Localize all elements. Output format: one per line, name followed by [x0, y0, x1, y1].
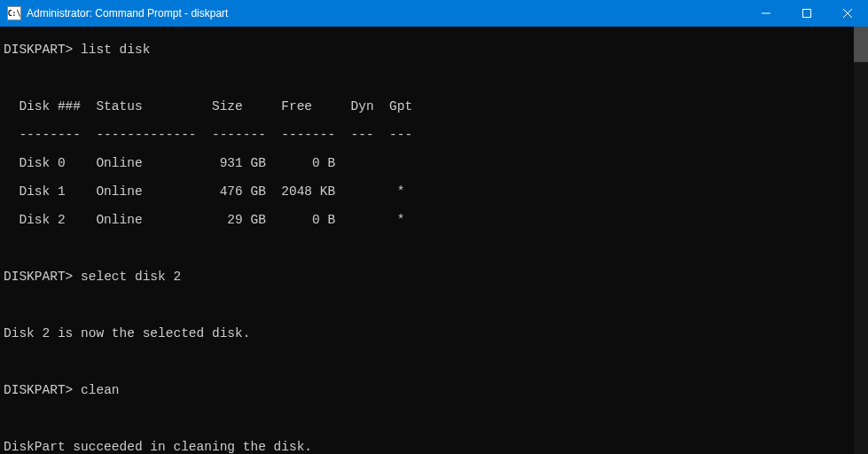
command: list disk: [81, 43, 150, 57]
table-row: Disk 0 Online 931 GB 0 B: [4, 156, 864, 170]
maximize-icon: [802, 9, 811, 18]
terminal-output[interactable]: DISKPART> list disk Disk ### Status Size…: [0, 27, 868, 454]
table-header: Disk ### Status Size Free Dyn Gpt: [4, 99, 864, 114]
prompt: DISKPART>: [4, 43, 73, 57]
scrollbar[interactable]: [854, 27, 868, 454]
maximize-button[interactable]: [786, 0, 827, 27]
close-icon: [843, 9, 852, 18]
svg-rect-1: [803, 10, 811, 18]
scrollbar-thumb[interactable]: [854, 27, 868, 62]
command: clean: [81, 383, 120, 397]
window-title: Administrator: Command Prompt - diskpart: [27, 7, 746, 20]
blank-line: [4, 411, 864, 426]
prompt: DISKPART>: [4, 270, 73, 284]
close-button[interactable]: [827, 0, 868, 27]
blank-line: [4, 298, 864, 312]
table-row: Disk 2 Online 29 GB 0 B *: [4, 213, 864, 227]
prompt-line: DISKPART> clean: [4, 383, 864, 397]
output-message: DiskPart succeeded in cleaning the disk.: [4, 440, 864, 454]
prompt-line: DISKPART> select disk 2: [4, 270, 864, 284]
minimize-icon: [762, 9, 770, 18]
blank-line: [4, 241, 864, 255]
prompt-line: DISKPART> list disk: [4, 43, 864, 57]
blank-line: [4, 71, 864, 85]
command: select disk 2: [81, 270, 181, 284]
prompt: DISKPART>: [4, 383, 73, 397]
table-divider: -------- ------------- ------- ------- -…: [4, 128, 864, 142]
table-row: Disk 1 Online 476 GB 2048 KB *: [4, 184, 864, 199]
titlebar: C:\ Administrator: Command Prompt - disk…: [0, 0, 868, 27]
output-message: Disk 2 is now the selected disk.: [4, 326, 864, 340]
window-controls: [746, 0, 868, 27]
blank-line: [4, 355, 864, 369]
cmd-icon: C:\: [7, 6, 21, 20]
minimize-button[interactable]: [746, 0, 786, 27]
